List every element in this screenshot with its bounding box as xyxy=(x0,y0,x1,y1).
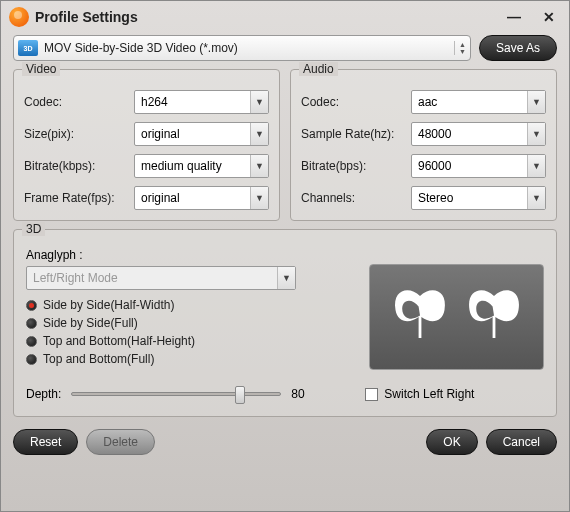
window-controls: — ✕ xyxy=(503,9,559,25)
audio-codec-value: aac xyxy=(418,95,437,109)
video-size-label: Size(pix): xyxy=(24,127,134,141)
profile-selected-text: MOV Side-by-Side 3D Video (*.mov) xyxy=(44,41,450,55)
audio-group: Audio Codec: aac▼ Sample Rate(hz): 48000… xyxy=(290,69,557,221)
profile-spinner[interactable]: ▲▼ xyxy=(454,41,466,55)
video-bitrate-value: medium quality xyxy=(141,159,222,173)
switch-left-right[interactable]: Switch Left Right xyxy=(365,387,474,401)
delete-button: Delete xyxy=(86,429,155,455)
switch-label: Switch Left Right xyxy=(384,387,474,401)
video-size-select[interactable]: original▼ xyxy=(134,122,269,146)
audio-bitrate-select[interactable]: 96000▼ xyxy=(411,154,546,178)
radio-icon xyxy=(26,300,37,311)
audio-bitrate-label: Bitrate(bps): xyxy=(301,159,411,173)
anaglyph-select: Left/Right Mode▼ xyxy=(26,266,296,290)
video-framerate-label: Frame Rate(fps): xyxy=(24,191,134,205)
anaglyph-label: Anaglyph : xyxy=(26,248,355,262)
chevron-down-icon: ▼ xyxy=(277,267,295,289)
butterfly-left-icon xyxy=(385,282,455,352)
window-title: Profile Settings xyxy=(35,9,503,25)
video-audio-row: Video Codec: h264▼ Size(pix): original▼ … xyxy=(1,69,569,221)
chevron-down-icon: ▼ xyxy=(250,123,268,145)
titlebar: Profile Settings — ✕ xyxy=(1,1,569,31)
profile-row: 3D MOV Side-by-Side 3D Video (*.mov) ▲▼ … xyxy=(1,31,569,69)
app-icon xyxy=(9,7,29,27)
audio-samplerate-select[interactable]: 48000▼ xyxy=(411,122,546,146)
audio-samplerate-label: Sample Rate(hz): xyxy=(301,127,411,141)
video-codec-value: h264 xyxy=(141,95,168,109)
audio-channels-select[interactable]: Stereo▼ xyxy=(411,186,546,210)
depth-value: 80 xyxy=(291,387,315,401)
mode-label: Side by Side(Half-Width) xyxy=(43,298,174,312)
radio-icon xyxy=(26,336,37,347)
audio-channels-value: Stereo xyxy=(418,191,453,205)
chevron-down-icon: ▼ xyxy=(250,155,268,177)
chevron-down-icon: ▼ xyxy=(250,187,268,209)
audio-codec-select[interactable]: aac▼ xyxy=(411,90,546,114)
anaglyph-value: Left/Right Mode xyxy=(33,271,118,285)
ok-button[interactable]: OK xyxy=(426,429,477,455)
video-size-value: original xyxy=(141,127,180,141)
checkbox-icon[interactable] xyxy=(365,388,378,401)
mode-top-bottom-half[interactable]: Top and Bottom(Half-Height) xyxy=(26,332,355,350)
mode-side-by-side-full[interactable]: Side by Side(Full) xyxy=(26,314,355,332)
mode-label: Top and Bottom(Half-Height) xyxy=(43,334,195,348)
three-d-group: 3D Anaglyph : Left/Right Mode▼ Side by S… xyxy=(13,229,557,417)
mode-side-by-side-half[interactable]: Side by Side(Half-Width) xyxy=(26,296,355,314)
minimize-button[interactable]: — xyxy=(503,9,525,25)
profile-select[interactable]: 3D MOV Side-by-Side 3D Video (*.mov) ▲▼ xyxy=(13,35,471,61)
cancel-button[interactable]: Cancel xyxy=(486,429,557,455)
video-group-label: Video xyxy=(22,62,60,76)
video-group: Video Codec: h264▼ Size(pix): original▼ … xyxy=(13,69,280,221)
chevron-down-icon: ▼ xyxy=(527,155,545,177)
chevron-down-icon: ▼ xyxy=(527,187,545,209)
video-framerate-select[interactable]: original▼ xyxy=(134,186,269,210)
butterfly-right-icon xyxy=(459,282,529,352)
three-d-group-label: 3D xyxy=(22,222,45,236)
video-bitrate-select[interactable]: medium quality▼ xyxy=(134,154,269,178)
close-button[interactable]: ✕ xyxy=(539,9,559,25)
depth-label: Depth: xyxy=(26,387,61,401)
audio-channels-label: Channels: xyxy=(301,191,411,205)
radio-icon xyxy=(26,318,37,329)
radio-icon xyxy=(26,354,37,365)
chevron-down-icon: ▼ xyxy=(527,91,545,113)
save-as-button[interactable]: Save As xyxy=(479,35,557,61)
slider-thumb-icon[interactable] xyxy=(235,386,245,404)
mode-label: Top and Bottom(Full) xyxy=(43,352,154,366)
depth-slider[interactable] xyxy=(71,384,281,404)
chevron-down-icon: ▼ xyxy=(527,123,545,145)
video-bitrate-label: Bitrate(kbps): xyxy=(24,159,134,173)
reset-button[interactable]: Reset xyxy=(13,429,78,455)
three-d-preview xyxy=(369,264,544,370)
format-3d-icon: 3D xyxy=(18,40,38,56)
audio-bitrate-value: 96000 xyxy=(418,159,451,173)
video-codec-label: Codec: xyxy=(24,95,134,109)
video-framerate-value: original xyxy=(141,191,180,205)
mode-top-bottom-full[interactable]: Top and Bottom(Full) xyxy=(26,350,355,368)
mode-label: Side by Side(Full) xyxy=(43,316,138,330)
footer: Reset Delete OK Cancel xyxy=(1,417,569,455)
video-codec-select[interactable]: h264▼ xyxy=(134,90,269,114)
audio-group-label: Audio xyxy=(299,62,338,76)
three-d-mode-list: Side by Side(Half-Width) Side by Side(Fu… xyxy=(26,296,355,368)
chevron-down-icon: ▼ xyxy=(250,91,268,113)
audio-samplerate-value: 48000 xyxy=(418,127,451,141)
three-d-left-panel: Anaglyph : Left/Right Mode▼ Side by Side… xyxy=(26,248,355,370)
audio-codec-label: Codec: xyxy=(301,95,411,109)
